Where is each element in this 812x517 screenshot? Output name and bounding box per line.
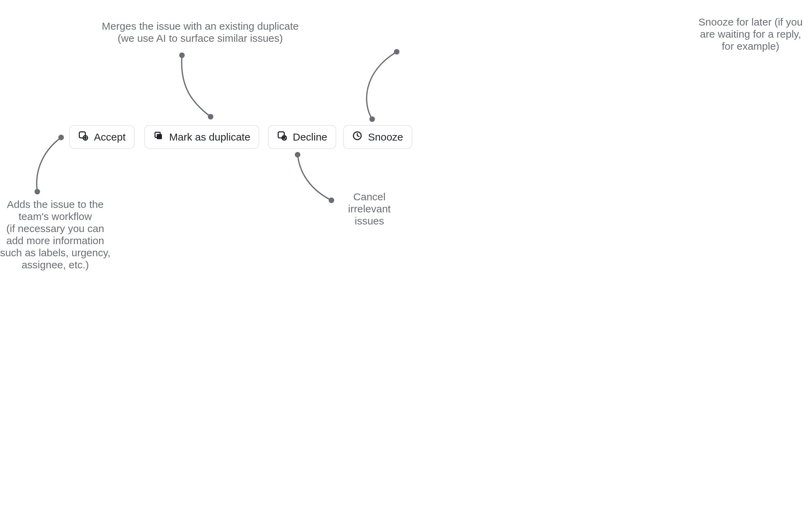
svg-point-7 [329, 198, 334, 203]
mark-duplicate-button[interactable]: Mark as duplicate [144, 125, 259, 149]
connectors [0, 0, 812, 517]
svg-point-4 [58, 135, 64, 140]
svg-point-6 [295, 152, 300, 157]
snooze-label: Snooze [368, 131, 403, 143]
accept-label: Accept [94, 131, 126, 143]
decline-icon [277, 131, 287, 143]
svg-point-1 [208, 114, 213, 119]
snooze-button[interactable]: Snooze [343, 125, 412, 149]
decline-button[interactable]: Decline [268, 125, 336, 149]
duplicate-icon [153, 131, 164, 143]
mark-duplicate-label: Mark as duplicate [169, 131, 250, 143]
accept-icon [78, 131, 88, 143]
svg-rect-8 [79, 132, 86, 138]
clock-icon [352, 131, 362, 143]
svg-point-5 [35, 189, 40, 194]
svg-point-3 [369, 116, 375, 122]
svg-point-2 [394, 49, 399, 55]
annotation-decline: Cancel irrelevant issues [342, 191, 397, 227]
diagram-canvas: Merges the issue with an existing duplic… [0, 0, 812, 517]
annotation-snooze: Snooze for later (if you are waiting for… [692, 16, 809, 52]
svg-point-0 [179, 52, 185, 58]
annotation-duplicate: Merges the issue with an existing duplic… [69, 20, 331, 44]
accept-button[interactable]: Accept [69, 125, 135, 149]
annotation-accept: Adds the issue to the team's workflow (i… [0, 198, 110, 271]
decline-label: Decline [293, 131, 327, 143]
svg-rect-13 [157, 134, 162, 139]
